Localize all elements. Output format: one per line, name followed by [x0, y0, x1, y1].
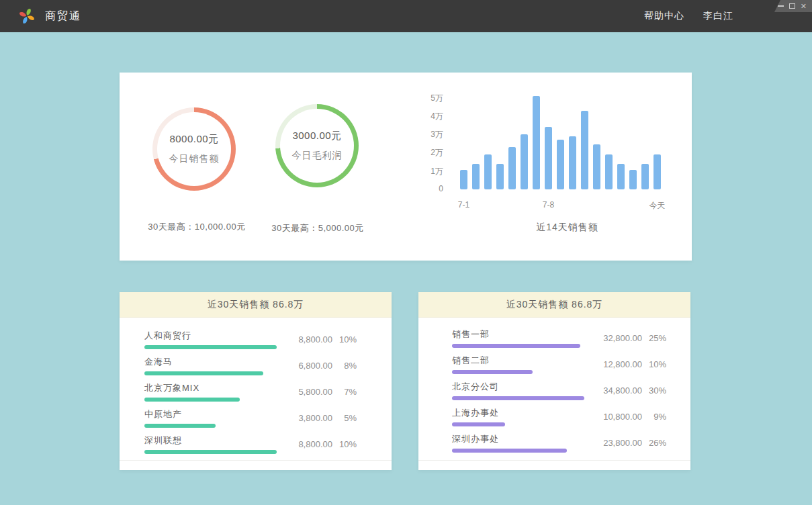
list-item-bar [144, 398, 240, 402]
list-item-percent: 25% [642, 333, 666, 343]
list-item-bar [452, 449, 567, 453]
x-axis-tick: 7-8 [543, 200, 554, 210]
list-item-bar [144, 345, 277, 349]
sales-bar [641, 164, 649, 189]
list-item-amount: 8,800.00 [288, 334, 332, 345]
list-row: 深圳联想8,800.0010% [144, 434, 357, 454]
sales-bar [484, 154, 492, 189]
list-item-name: 北京万象MIX [144, 382, 288, 394]
sales-bar [533, 96, 540, 189]
list-item-amount: 34,800.00 [598, 385, 642, 396]
sales-bar [617, 164, 625, 189]
titlebar: 商贸通 帮助中心 李白江 ✕ [0, 0, 812, 32]
y-axis-tick: 1万 [423, 166, 443, 177]
card-bottom-divider [418, 460, 690, 461]
list-row: 金海马6,800.008% [144, 356, 357, 375]
list-item-amount: 32,800.00 [598, 333, 642, 343]
app-title: 商贸通 [45, 0, 81, 32]
departments-card-title: 近30天销售额 86.8万 [418, 292, 690, 318]
x-axis-tick: 7-1 [458, 200, 469, 210]
minimize-icon[interactable] [778, 5, 784, 7]
window-controls: ✕ [774, 0, 812, 12]
list-item-name: 金海马 [144, 356, 288, 367]
sales-bar [557, 140, 564, 189]
sales-bar [472, 164, 480, 189]
list-item-amount: 12,800.00 [598, 359, 642, 369]
help-center-link[interactable]: 帮助中心 [644, 10, 684, 22]
sales-bar [521, 134, 528, 189]
list-item-amount: 23,800.00 [598, 438, 642, 448]
close-icon[interactable]: ✕ [801, 3, 807, 10]
list-item-bar [144, 450, 277, 454]
bar-chart-y-axis: 5万4万3万2万1万0 [423, 73, 443, 261]
y-axis-tick: 2万 [423, 147, 443, 158]
list-row: 销售二部12,800.0010% [452, 355, 666, 374]
list-item-name: 北京分公司 [452, 381, 598, 392]
list-row: 销售一部32,800.0025% [452, 328, 666, 348]
list-item-name: 深圳办事处 [452, 433, 598, 445]
x-axis-tick: 今天 [649, 200, 666, 212]
maximize-icon[interactable] [789, 3, 795, 9]
bar-chart-title: 近14天销售额 [467, 222, 668, 234]
today-sales-value: 8000.00元 [169, 133, 218, 146]
app-window: 商贸通 帮助中心 李白江 ✕ 8000.00元 今日销售额 30天最高：10,0… [0, 0, 812, 505]
list-item-bar [452, 344, 580, 348]
bar-chart-bars [460, 89, 661, 189]
today-sales-donut-chart: 8000.00元 今日销售额 [152, 107, 236, 191]
donut-center: 3000.00元 今日毛利润 [275, 104, 359, 187]
customers-card-title: 近30天销售额 86.8万 [120, 292, 392, 318]
sales-bar [569, 136, 576, 189]
list-row: 上海办事处10,800.009% [452, 407, 666, 426]
today-profit-30d-max: 30天最高：5,000.00元 [240, 222, 395, 234]
list-row: 北京万象MIX5,800.007% [144, 382, 357, 402]
sales-bar [653, 154, 661, 189]
list-item-percent: 9% [642, 412, 666, 422]
y-axis-tick: 4万 [423, 111, 443, 122]
card-bottom-divider [120, 460, 392, 461]
list-item-amount: 8,800.00 [288, 439, 332, 449]
list-row: 人和商贸行8,800.0010% [144, 330, 357, 349]
list-item-percent: 8% [332, 361, 357, 371]
list-item-amount: 5,800.00 [288, 387, 332, 397]
titlebar-nav: 帮助中心 李白江 [644, 0, 733, 32]
list-row: 北京分公司34,800.0030% [452, 381, 666, 400]
list-item-name: 上海办事处 [452, 407, 598, 418]
list-item-percent: 10% [642, 359, 666, 369]
sales-bar [629, 170, 637, 189]
username-link[interactable]: 李白江 [703, 10, 733, 22]
list-row: 中原地产3,800.005% [144, 408, 357, 428]
list-item-percent: 10% [332, 439, 357, 449]
list-item-name: 销售二部 [452, 355, 598, 366]
donut-center: 8000.00元 今日销售额 [152, 107, 236, 191]
list-item-bar [144, 424, 216, 428]
departments-card-rows: 销售一部32,800.0025%销售二部12,800.0010%北京分公司34,… [418, 318, 690, 453]
list-item-amount: 6,800.00 [288, 361, 332, 371]
sales-bar [581, 111, 588, 189]
list-item-percent: 26% [642, 438, 666, 448]
list-item-name: 深圳联想 [144, 434, 288, 446]
summary-card: 8000.00元 今日销售额 30天最高：10,000.00元 3000.00元… [120, 73, 692, 261]
sales-bar [545, 127, 552, 189]
sales-bar [593, 144, 600, 189]
sales-bar [508, 147, 516, 189]
today-profit-label: 今日毛利润 [292, 150, 343, 162]
y-axis-tick: 0 [423, 184, 443, 193]
list-item-bar [452, 370, 533, 374]
bar-chart-x-axis: 7-17-8今天 [460, 200, 661, 210]
list-item-amount: 3,800.00 [288, 413, 332, 423]
y-axis-tick: 3万 [423, 129, 443, 140]
y-axis-tick: 5万 [423, 93, 443, 104]
today-profit-donut-chart: 3000.00元 今日毛利润 [275, 104, 359, 187]
list-item-bar [452, 396, 584, 400]
customers-card: 近30天销售额 86.8万 人和商贸行8,800.0010%金海马6,800.0… [120, 292, 392, 470]
sales-bar [460, 170, 467, 189]
list-item-name: 人和商贸行 [144, 330, 288, 341]
list-item-percent: 7% [332, 387, 357, 397]
list-item-percent: 5% [332, 413, 357, 423]
customers-card-rows: 人和商贸行8,800.0010%金海马6,800.008%北京万象MIX5,80… [120, 318, 392, 454]
list-item-name: 销售一部 [452, 328, 598, 340]
list-item-percent: 10% [332, 334, 357, 345]
list-item-percent: 30% [642, 385, 666, 396]
pinwheel-logo-icon [17, 7, 36, 26]
departments-card: 近30天销售额 86.8万 销售一部32,800.0025%销售二部12,800… [418, 292, 690, 470]
